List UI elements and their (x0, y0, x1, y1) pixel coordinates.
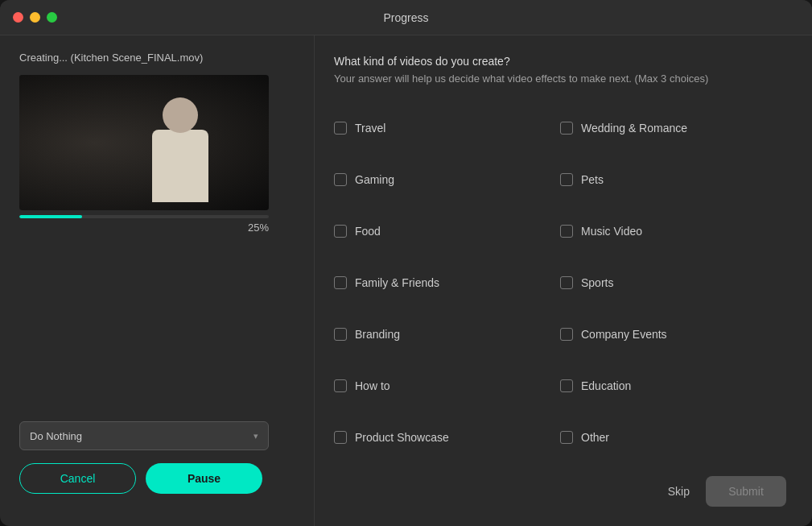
checkbox-education[interactable] (560, 379, 573, 392)
checkbox-food[interactable] (334, 225, 347, 238)
checkbox-item-pets[interactable]: Pets (560, 154, 786, 205)
checkbox-item-music-video[interactable]: Music Video (560, 205, 786, 257)
progress-bar-fill (19, 215, 82, 218)
checkbox-item-food[interactable]: Food (334, 205, 560, 257)
checkbox-label-company-events: Company Events (581, 328, 667, 341)
question-subtitle: Your answer will help us decide what vid… (334, 71, 786, 87)
checkbox-gaming[interactable] (334, 173, 347, 186)
checkbox-label-how-to: How to (355, 379, 390, 392)
titlebar: Progress (0, 0, 812, 35)
checkbox-item-branding[interactable]: Branding (334, 309, 560, 360)
checkbox-label-travel: Travel (355, 122, 385, 135)
skip-button[interactable]: Skip (668, 485, 690, 498)
bottom-actions: Skip Submit (334, 476, 786, 507)
checkbox-item-sports[interactable]: Sports (560, 257, 786, 309)
chevron-down-icon: ▾ (253, 431, 258, 441)
checkbox-label-food: Food (355, 225, 381, 238)
pause-button[interactable]: Pause (146, 463, 262, 494)
checkbox-item-product-showcase[interactable]: Product Showcase (334, 412, 560, 463)
minimize-button[interactable] (30, 12, 40, 23)
content-area: Creating... (Kitchen Scene_FINAL.mov) 25… (0, 35, 812, 526)
cancel-button[interactable]: Cancel (19, 463, 136, 494)
checkbox-other[interactable] (560, 431, 573, 444)
checkbox-label-education: Education (581, 379, 631, 392)
checkbox-item-family-friends[interactable]: Family & Friends (334, 257, 560, 309)
maximize-button[interactable] (47, 12, 57, 23)
button-row: Cancel Pause (19, 463, 295, 494)
checkbox-label-branding: Branding (355, 328, 400, 341)
question-title: What kind of videos do you create? (334, 55, 786, 68)
dropdown-row: Do Nothing ▾ (19, 421, 295, 450)
progress-bar-container (19, 215, 269, 218)
checkbox-item-travel[interactable]: Travel (334, 103, 560, 155)
checkbox-family-friends[interactable] (334, 276, 347, 289)
checkboxes-grid: TravelWedding & RomanceGamingPetsFoodMus… (334, 103, 786, 464)
progress-percent: 25% (19, 222, 269, 234)
checkbox-label-gaming: Gaming (355, 173, 394, 186)
submit-button[interactable]: Submit (706, 476, 786, 507)
checkbox-wedding[interactable] (560, 122, 573, 135)
right-panel: What kind of videos do you create? Your … (314, 35, 812, 526)
checkbox-pets[interactable] (560, 173, 573, 186)
video-preview (19, 75, 269, 210)
do-nothing-dropdown[interactable]: Do Nothing ▾ (19, 421, 269, 450)
checkbox-item-how-to[interactable]: How to (334, 360, 560, 412)
checkbox-travel[interactable] (334, 122, 347, 135)
video-scene (19, 75, 269, 210)
checkbox-label-music-video: Music Video (581, 225, 642, 238)
checkbox-how-to[interactable] (334, 379, 347, 392)
traffic-lights (13, 12, 57, 23)
checkbox-item-gaming[interactable]: Gaming (334, 154, 560, 205)
checkbox-label-family-friends: Family & Friends (355, 276, 439, 289)
checkbox-music-video[interactable] (560, 225, 573, 238)
scene-person (140, 97, 237, 202)
checkbox-item-other[interactable]: Other (560, 412, 786, 463)
main-window: Progress Creating... (Kitchen Scene_FINA… (0, 0, 812, 526)
close-button[interactable] (13, 12, 23, 23)
checkbox-label-pets: Pets (581, 173, 604, 186)
checkbox-sports[interactable] (560, 276, 573, 289)
checkbox-branding[interactable] (334, 328, 347, 341)
left-panel: Creating... (Kitchen Scene_FINAL.mov) 25… (0, 35, 314, 526)
checkbox-product-showcase[interactable] (334, 431, 347, 444)
checkbox-item-wedding[interactable]: Wedding & Romance (560, 103, 786, 155)
checkbox-item-education[interactable]: Education (560, 360, 786, 412)
dropdown-value: Do Nothing (30, 430, 82, 442)
checkbox-item-company-events[interactable]: Company Events (560, 309, 786, 360)
checkbox-label-wedding: Wedding & Romance (581, 122, 687, 135)
window-title: Progress (383, 11, 428, 24)
checkbox-company-events[interactable] (560, 328, 573, 341)
checkbox-label-sports: Sports (581, 276, 613, 289)
checkbox-label-other: Other (581, 431, 609, 444)
checkbox-label-product-showcase: Product Showcase (355, 431, 449, 444)
creating-label: Creating... (Kitchen Scene_FINAL.mov) (19, 52, 295, 64)
